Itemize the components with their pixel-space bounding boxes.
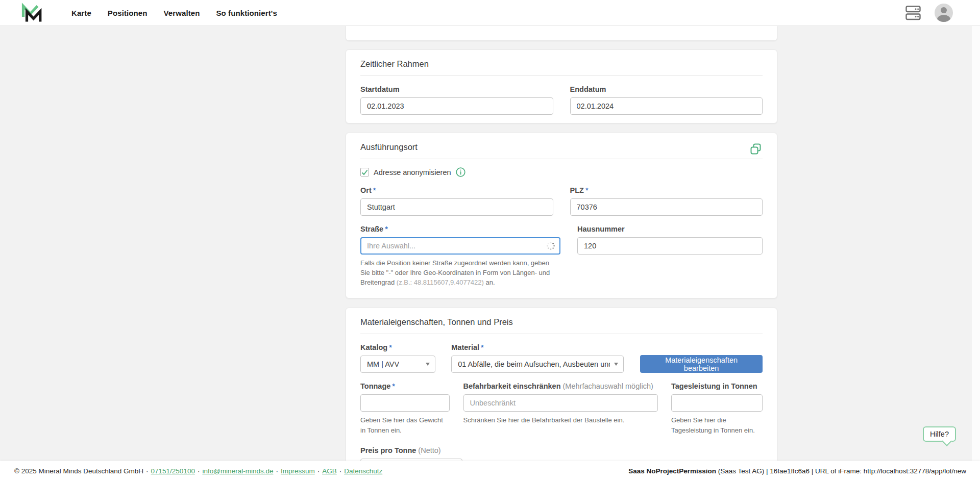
footer-copyright: © 2025 Mineral Minds Deutschland GmbH bbox=[14, 467, 143, 475]
previous-section-card-bottom bbox=[346, 26, 777, 41]
ort-label: Ort* bbox=[360, 186, 553, 194]
tonnage-hint: Geben Sie hier das Gewicht in Tonnen ein… bbox=[360, 415, 450, 435]
footer-left: © 2025 Mineral Minds Deutschland GmbH·07… bbox=[14, 467, 382, 475]
befahrbarkeit-label: Befahrbarkeit einschränken (Mehrfachausw… bbox=[463, 382, 658, 390]
strasse-hint: Falls die Position keiner Straße zugeord… bbox=[360, 259, 560, 288]
footer-datenschutz-link[interactable]: Datenschutz bbox=[344, 467, 382, 475]
mineral-minds-logo-icon[interactable] bbox=[20, 2, 44, 23]
section-title-zeitlicher-rahmen: Zeitlicher Rahmen bbox=[360, 59, 763, 69]
startdatum-label: Startdatum bbox=[360, 85, 553, 93]
info-icon[interactable] bbox=[456, 167, 465, 177]
server-icon[interactable] bbox=[905, 6, 921, 20]
tagesleistung-input[interactable] bbox=[671, 394, 763, 412]
enddatum-input[interactable] bbox=[570, 97, 763, 115]
required-mark: * bbox=[481, 343, 484, 351]
footer-environment-info: Saas NoProjectPermission (Saas Test AG) … bbox=[628, 467, 966, 475]
material-label: Material* bbox=[451, 343, 624, 351]
footer: © 2025 Mineral Minds Deutschland GmbH·07… bbox=[0, 461, 980, 481]
strasse-label: Straße* bbox=[360, 225, 560, 233]
section-title-materialeigenschaften: Materialeigenschaften, Tonnen und Preis bbox=[360, 317, 763, 327]
adresse-anonymisieren-label: Adresse anonymisieren bbox=[374, 168, 451, 176]
help-button[interactable]: Hilfe? bbox=[923, 426, 956, 442]
required-mark: * bbox=[385, 225, 388, 233]
avatar-body bbox=[937, 15, 950, 22]
chevron-down-icon bbox=[614, 363, 618, 366]
hausnummer-input[interactable] bbox=[577, 237, 763, 255]
required-mark: * bbox=[389, 343, 392, 351]
avatar-head bbox=[941, 7, 947, 13]
loading-spinner-icon bbox=[546, 241, 555, 250]
section-ausfuehrungsort: Ausführungsort Adresse anonymisieren bbox=[346, 133, 777, 298]
checkmark-icon bbox=[361, 169, 368, 175]
copy-icon[interactable] bbox=[749, 142, 763, 156]
top-navbar: Karte Positionen Verwalten So funktionie… bbox=[0, 0, 980, 26]
header-right bbox=[905, 4, 980, 22]
befahrbarkeit-hint: Schränken Sie hier die Befahrbarkeit der… bbox=[463, 415, 658, 425]
befahrbarkeit-input[interactable] bbox=[463, 394, 658, 412]
nav-item-verwalten[interactable]: Verwalten bbox=[164, 9, 200, 17]
nav-item-so-funktionierts[interactable]: So funktioniert's bbox=[216, 9, 277, 17]
tonnage-label: Tonnage* bbox=[360, 382, 450, 390]
materialeigenschaften-bearbeiten-button[interactable]: Materialeigenschaften bearbeiten bbox=[640, 355, 763, 373]
material-select[interactable]: 01 Abfälle, die beim Aufsuchen, Ausbeute… bbox=[451, 356, 624, 373]
tagesleistung-hint: Geben Sie hier die Tagesleistung in Tonn… bbox=[671, 415, 763, 435]
required-mark: * bbox=[392, 382, 395, 390]
section-zeitlicher-rahmen: Zeitlicher Rahmen Startdatum Enddatum bbox=[346, 49, 777, 123]
hausnummer-label: Hausnummer bbox=[577, 225, 763, 233]
katalog-select[interactable]: MM | AVV bbox=[360, 356, 435, 373]
chevron-down-icon bbox=[426, 363, 430, 366]
scrollbar-track[interactable] bbox=[972, 0, 980, 481]
startdatum-input[interactable] bbox=[360, 97, 553, 115]
nav-item-karte[interactable]: Karte bbox=[71, 9, 91, 17]
adresse-anonymisieren-checkbox[interactable] bbox=[360, 168, 369, 176]
footer-impressum-link[interactable]: Impressum bbox=[281, 467, 315, 475]
ort-input[interactable] bbox=[360, 198, 553, 216]
plz-label: PLZ* bbox=[570, 186, 763, 194]
required-mark: * bbox=[373, 186, 376, 194]
page: Karte Positionen Verwalten So funktionie… bbox=[0, 0, 980, 481]
tagesleistung-label: Tagesleistung in Tonnen bbox=[671, 382, 763, 390]
required-mark: * bbox=[585, 186, 589, 194]
preis-pro-tonne-label: Preis pro Tonne (Netto) bbox=[360, 446, 462, 454]
plz-input[interactable] bbox=[570, 198, 763, 216]
katalog-label: Katalog* bbox=[360, 343, 435, 351]
section-divider bbox=[360, 334, 763, 334]
user-avatar[interactable] bbox=[935, 4, 953, 22]
strasse-input[interactable] bbox=[360, 237, 560, 255]
nav-item-positionen[interactable]: Positionen bbox=[108, 9, 148, 17]
footer-phone-link[interactable]: 07151/250100 bbox=[151, 467, 195, 475]
section-materialeigenschaften: Materialeigenschaften, Tonnen und Preis … bbox=[346, 308, 777, 481]
main-nav: Karte Positionen Verwalten So funktionie… bbox=[71, 9, 277, 17]
tonnage-input[interactable] bbox=[360, 394, 450, 412]
footer-agb-link[interactable]: AGB bbox=[322, 467, 337, 475]
enddatum-label: Enddatum bbox=[570, 85, 763, 93]
footer-email-link[interactable]: info@mineral-minds.de bbox=[202, 467, 273, 475]
section-divider bbox=[360, 159, 763, 159]
section-title-ausfuehrungsort: Ausführungsort bbox=[360, 142, 418, 152]
